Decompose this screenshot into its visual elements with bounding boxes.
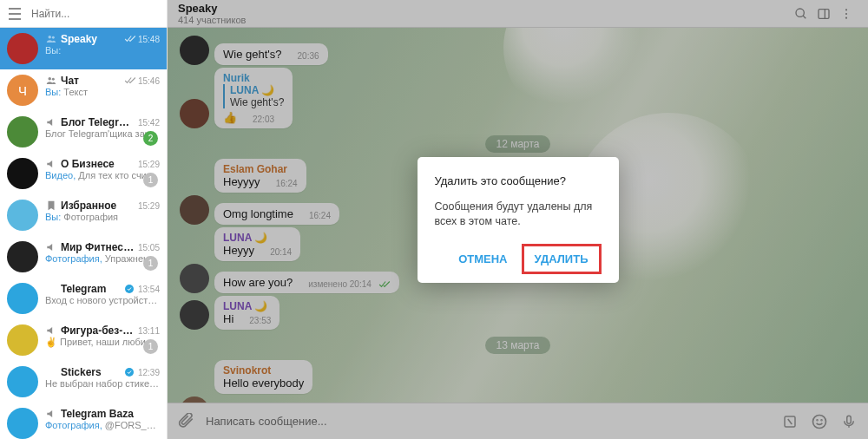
unread-badge: 1	[143, 173, 158, 187]
modal-overlay[interactable]: Удалить это сообщение? Сообщения будут у…	[168, 0, 868, 439]
sidebar-item-sub: Вход с нового устройства. A...	[45, 295, 160, 305]
group-icon	[45, 75, 57, 87]
saved-icon	[45, 200, 57, 212]
group-icon	[45, 33, 57, 45]
sidebar-item[interactable]: Избранное15:29Вы: Фотография	[0, 194, 167, 236]
svg-point-0	[49, 36, 52, 39]
sidebar-item-meta: 13:11	[138, 326, 160, 336]
verified-icon	[124, 367, 135, 377]
sidebar-item-title: Чат	[61, 75, 121, 87]
sidebar-item-title: Блог Telegram'щ...	[61, 116, 135, 128]
hamburger-icon[interactable]	[5, 3, 24, 24]
chat-icon	[45, 366, 57, 378]
sidebar-item-title: Избранное	[61, 200, 135, 212]
unread-badge: 2	[143, 131, 158, 146]
sidebar-item-meta: 15:42	[138, 118, 160, 128]
sidebar-item-sub: Фотография, @FORS_M...	[45, 420, 160, 430]
sidebar-item[interactable]: ЧЧат15:46Вы: Текст	[0, 69, 167, 111]
sidebar-item-title: Speaky	[61, 33, 121, 45]
unread-badge: 1	[143, 339, 158, 354]
avatar	[7, 200, 38, 231]
sidebar-item-title: Фигура-без-Пере...	[61, 324, 135, 337]
sidebar-item-meta: 15:46	[124, 76, 160, 86]
sidebar-item-title: Stickers	[61, 366, 121, 378]
svg-point-2	[49, 77, 52, 81]
sidebar-item[interactable]: Speaky15:48Вы:	[0, 28, 167, 69]
sidebar-item-title: Telegram Baza	[61, 408, 156, 420]
sidebar-item[interactable]: Telegram BazaФотография, @FORS_M...	[0, 403, 167, 439]
search-input[interactable]	[31, 8, 161, 20]
sidebar-item[interactable]: Блог Telegram'щ...15:42Блог Telegram'щик…	[0, 111, 167, 153]
main-pane: Speaky 414 участников Wie geht's?20:36Nu…	[168, 0, 868, 439]
dialog-title: Удалить это сообщение?	[435, 174, 602, 187]
sidebar-item[interactable]: Telegram13:54Вход с нового устройства. A…	[0, 278, 167, 319]
chat-icon	[45, 283, 57, 295]
sidebar-item-sub: Не выбран набор стикеров...	[45, 378, 160, 389]
sidebar-item[interactable]: О Бизнесе15:29Видео, Для тех кто счит...…	[0, 153, 167, 194]
chat-list: Speaky15:48Вы: ЧЧат15:46Вы: ТекстБлог Te…	[0, 28, 167, 439]
avatar	[7, 116, 38, 147]
sidebar-item-title: Мир Фитнеса | Fi...	[61, 241, 135, 253]
sidebar-item-meta: 15:48	[124, 35, 160, 44]
sidebar: Speaky15:48Вы: ЧЧат15:46Вы: ТекстБлог Te…	[0, 0, 168, 439]
sidebar-item-meta: 15:05	[138, 243, 160, 252]
sidebar-top	[0, 0, 167, 28]
sidebar-item-meta: 12:39	[138, 368, 160, 377]
avatar	[7, 408, 38, 439]
avatar	[7, 366, 38, 397]
cancel-button[interactable]: ОТМЕНА	[448, 244, 517, 274]
sidebar-item[interactable]: Фигура-без-Пере...13:11✌ Привет, наши лю…	[0, 319, 167, 361]
avatar	[7, 241, 38, 272]
delete-button[interactable]: УДАЛИТЬ	[522, 244, 602, 274]
sidebar-item-meta: 15:29	[138, 201, 160, 211]
channel-icon	[45, 241, 57, 253]
sidebar-item-meta: 13:54	[138, 285, 160, 294]
sidebar-item-meta: 15:29	[138, 160, 160, 169]
dialog-text: Сообщения будут удалены для всех в этом …	[435, 200, 602, 230]
avatar	[7, 158, 38, 189]
sidebar-item-sub: Вы: Фотография	[45, 212, 160, 222]
sidebar-item-title: Telegram	[61, 283, 121, 295]
avatar	[7, 283, 38, 314]
channel-icon	[45, 116, 57, 128]
svg-point-3	[52, 78, 55, 81]
sidebar-item-title: О Бизнесе	[61, 158, 135, 170]
sidebar-item-sub: Вы: Текст	[45, 87, 160, 97]
channel-icon	[45, 324, 57, 337]
svg-point-1	[52, 36, 55, 39]
channel-icon	[45, 408, 57, 420]
svg-point-4	[125, 285, 134, 293]
unread-badge: 1	[143, 256, 158, 271]
sidebar-item[interactable]: Stickers12:39Не выбран набор стикеров...	[0, 361, 167, 403]
verified-icon	[124, 284, 135, 294]
channel-icon	[45, 158, 57, 170]
avatar	[7, 33, 38, 64]
avatar: Ч	[7, 75, 38, 106]
sidebar-item-sub: Вы:	[45, 45, 160, 56]
sidebar-item[interactable]: Мир Фитнеса | Fi...15:05Фотография, Упра…	[0, 236, 167, 278]
avatar	[7, 324, 38, 356]
svg-point-5	[125, 368, 134, 377]
delete-dialog: Удалить это сообщение? Сообщения будут у…	[418, 157, 619, 283]
